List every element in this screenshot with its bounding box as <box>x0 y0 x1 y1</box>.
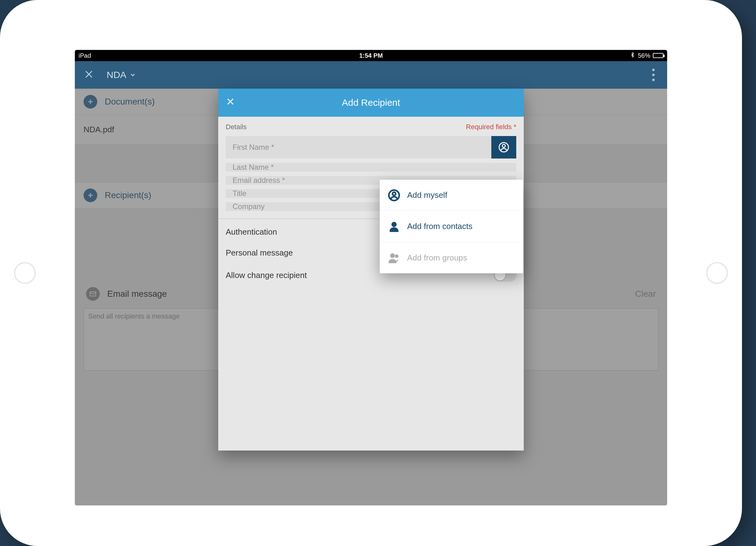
pick-contact-button[interactable] <box>491 136 516 158</box>
chevron-down-icon <box>129 71 136 78</box>
modal-close-icon[interactable] <box>226 97 235 109</box>
contact-source-popover: Add myself Add from contacts Add from gr… <box>380 180 523 273</box>
status-time: 1:54 PM <box>75 52 667 59</box>
svg-point-5 <box>392 222 397 226</box>
first-name-field[interactable] <box>226 136 491 158</box>
add-myself-label: Add myself <box>407 190 447 200</box>
svg-point-2 <box>502 144 505 147</box>
document-title: NDA <box>107 70 126 80</box>
document-title-dropdown[interactable]: NDA <box>107 70 136 80</box>
authentication-label: Authentication <box>226 227 277 237</box>
home-button-left[interactable] <box>14 262 36 284</box>
svg-point-4 <box>392 192 396 195</box>
modal-header: Add Recipient <box>218 89 524 117</box>
app-navbar: NDA <box>75 61 667 89</box>
details-row: Details Required fields * <box>218 117 524 133</box>
close-icon[interactable] <box>84 69 94 81</box>
modal-title: Add Recipient <box>342 97 400 108</box>
add-from-contacts-label: Add from contacts <box>407 221 473 231</box>
required-fields-label: Required fields * <box>466 123 516 131</box>
last-name-field[interactable] <box>226 163 516 171</box>
more-menu-icon[interactable] <box>652 69 655 81</box>
personal-message-label: Personal message <box>226 248 293 258</box>
add-myself-item[interactable]: Add myself <box>380 180 523 211</box>
add-from-groups-label: Add from groups <box>407 253 467 263</box>
ipad-frame: iPad 1:54 PM 56% NDA <box>0 0 742 546</box>
allow-change-label: Allow change recipient <box>226 270 307 280</box>
home-button-right[interactable] <box>706 262 728 284</box>
details-label: Details <box>226 123 247 131</box>
svg-point-7 <box>395 254 398 258</box>
add-from-contacts-item[interactable]: Add from contacts <box>380 211 523 242</box>
svg-point-6 <box>390 254 394 258</box>
ios-status-bar: iPad 1:54 PM 56% <box>75 50 667 61</box>
add-from-groups-item: Add from groups <box>380 242 523 273</box>
battery-icon <box>653 53 663 58</box>
screen: iPad 1:54 PM 56% NDA <box>75 50 667 505</box>
